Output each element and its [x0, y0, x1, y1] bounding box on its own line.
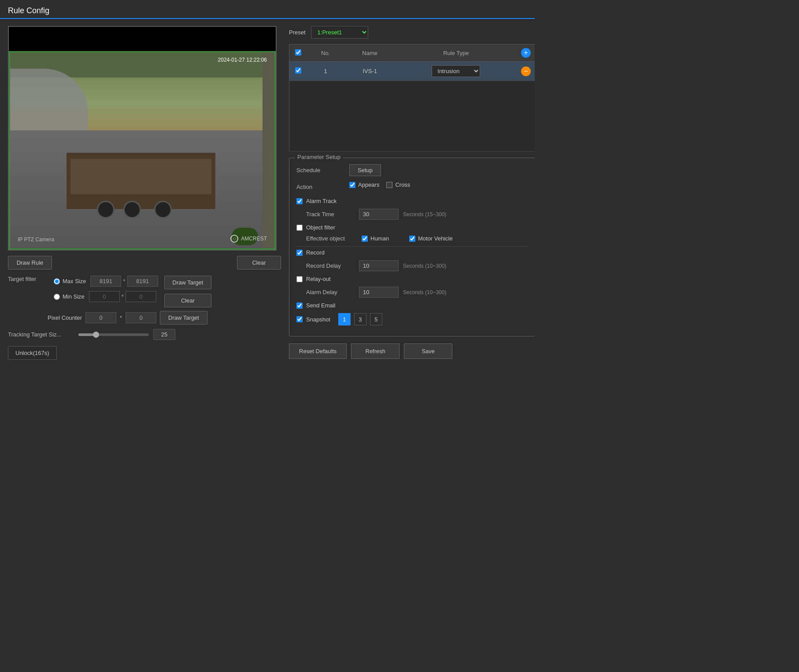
appears-label: Appears	[358, 181, 379, 188]
alarm-track-checkbox[interactable]	[296, 198, 303, 204]
draw-target-button-1[interactable]: Draw Target	[164, 276, 212, 289]
col-no: No.	[307, 44, 344, 62]
draw-rule-button[interactable]: Draw Rule	[8, 256, 52, 270]
schedule-setup-button[interactable]: Setup	[349, 164, 381, 176]
unlock-button[interactable]: Unlock(167s)	[8, 346, 57, 360]
col-rule-type: Rule Type	[396, 44, 517, 62]
preset-select[interactable]: 1:Preset1 2:Preset2 3:Preset3	[311, 26, 368, 39]
cross-label: Cross	[395, 181, 410, 188]
camera-timestamp: 2024-01-27 12:22:06	[218, 57, 267, 63]
motor-vehicle-label: Motor Vehicle	[418, 235, 453, 242]
send-email-checkbox[interactable]	[296, 303, 303, 309]
left-panel: 2024-01-27 12:22:06 IP PTZ Camera ⬡ AMCR…	[8, 26, 281, 360]
object-filter-checkbox[interactable]	[296, 225, 303, 231]
table-row: 1 IVS-1 Intrusion Tripwire Fast Moving P…	[289, 62, 535, 81]
snapshot-checkbox[interactable]	[296, 316, 303, 322]
relay-out-checkbox[interactable]	[296, 276, 303, 282]
param-setup-title: Parameter Setup	[295, 154, 343, 160]
col-name: Name	[344, 44, 396, 62]
appears-checkbox[interactable]	[349, 182, 355, 188]
max-size-label: Max Size	[63, 278, 86, 284]
remove-rule-button-1[interactable]: −	[521, 66, 531, 76]
schedule-label: Schedule	[296, 167, 345, 174]
record-delay-hint: Seconds (10~300)	[403, 263, 446, 269]
rules-table: No. Name Rule Type + 1 IVS-1 Intrusion	[289, 44, 535, 151]
bottom-buttons: Reset Defaults Refresh Save	[289, 343, 535, 359]
record-delay-input[interactable]	[359, 260, 399, 271]
clear-rule-button[interactable]: Clear	[237, 256, 281, 270]
cross-checkbox[interactable]	[386, 182, 392, 188]
table-header-checkbox[interactable]	[295, 49, 301, 55]
pixel-sep: *	[120, 314, 122, 321]
snapshot-num-5[interactable]: 5	[370, 313, 382, 325]
row-rule-type-select-1[interactable]: Intrusion Tripwire Fast Moving Parking	[432, 65, 480, 77]
max-size-radio[interactable]	[54, 278, 60, 284]
refresh-button[interactable]: Refresh	[351, 343, 400, 359]
motor-vehicle-checkbox[interactable]	[409, 236, 415, 242]
send-email-label: Send Email	[306, 302, 335, 309]
reset-defaults-button[interactable]: Reset Defaults	[289, 343, 347, 359]
row-no-1: 1	[307, 62, 344, 81]
target-filter-label: Target filter	[8, 276, 48, 282]
alarm-track-label: Alarm Track	[306, 198, 337, 204]
tracking-value-input[interactable]	[153, 329, 175, 340]
human-label: Human	[370, 235, 389, 242]
max-height-input[interactable]	[127, 276, 158, 287]
preset-label: Preset	[289, 29, 306, 36]
human-checkbox[interactable]	[362, 236, 368, 242]
size-separator-2: *	[122, 293, 124, 300]
tracking-slider[interactable]	[78, 333, 149, 336]
min-size-radio[interactable]	[54, 294, 60, 300]
effective-obj-label: Effective object	[306, 235, 355, 242]
save-button[interactable]: Save	[404, 343, 452, 359]
camera-label: IP PTZ Camera	[18, 236, 54, 243]
table-empty-row	[289, 81, 535, 151]
max-width-input[interactable]	[90, 276, 121, 287]
size-separator-1: *	[123, 278, 125, 284]
pixel-counter-height[interactable]	[126, 312, 156, 323]
row-checkbox-1[interactable]	[295, 67, 301, 74]
right-panel: Preset 1:Preset1 2:Preset2 3:Preset3 No.…	[289, 26, 535, 360]
track-time-label: Track Time	[306, 211, 355, 218]
min-size-label: Min Size	[63, 293, 85, 300]
row-name-1: IVS-1	[344, 62, 396, 81]
min-width-input[interactable]	[89, 291, 120, 302]
object-filter-label: Object filter	[306, 224, 335, 231]
record-label: Record	[306, 249, 325, 256]
camera-view: 2024-01-27 12:22:06 IP PTZ Camera ⬡ AMCR…	[8, 26, 277, 251]
alarm-delay-label: Alarm Delay	[306, 289, 355, 295]
snapshot-num-1[interactable]: 1	[338, 313, 351, 325]
track-time-hint: Seconds (15~300)	[403, 211, 446, 218]
add-rule-button[interactable]: +	[521, 48, 531, 58]
min-height-input[interactable]	[126, 291, 156, 302]
parameter-setup-section: Parameter Setup Schedule Setup Action Ap…	[289, 158, 535, 336]
alarm-delay-input[interactable]	[359, 287, 399, 298]
draw-target-button-2[interactable]: Draw Target	[160, 311, 207, 325]
pixel-counter-width[interactable]	[85, 312, 116, 323]
camera-brand: ⬡ AMCREST	[230, 235, 267, 243]
relay-out-label: Relay-out	[306, 276, 331, 282]
snapshot-label: Snapshot	[306, 316, 330, 323]
clear-target-button[interactable]: Clear	[164, 294, 212, 307]
brand-icon: ⬡	[230, 235, 238, 243]
action-label: Action	[296, 184, 345, 190]
record-checkbox[interactable]	[296, 250, 303, 256]
pixel-counter-label: Pixel Counter	[48, 314, 82, 321]
record-delay-label: Record Delay	[306, 262, 355, 269]
snapshot-num-3[interactable]: 3	[354, 313, 366, 325]
tracking-label: Tracking Target Siz...	[8, 331, 74, 338]
alarm-delay-hint: Seconds (10~300)	[403, 289, 446, 295]
track-time-input[interactable]	[359, 209, 399, 220]
page-title: Rule Config	[0, 0, 535, 19]
